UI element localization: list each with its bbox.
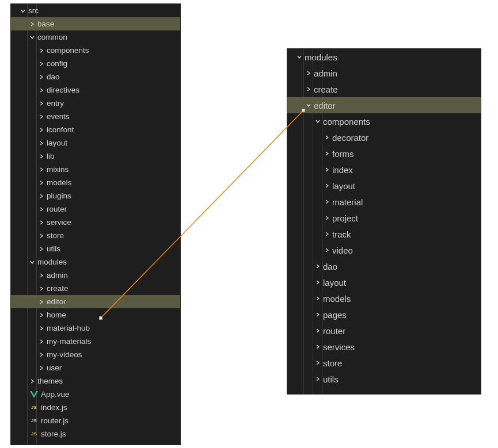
- tree-item-forms[interactable]: forms: [287, 145, 481, 162]
- tree-item-my-videos[interactable]: my-videos: [11, 348, 180, 361]
- tree-item-layout[interactable]: layout: [287, 178, 481, 194]
- tree-item-models[interactable]: models: [11, 176, 180, 189]
- tree-item-services[interactable]: services: [287, 339, 481, 355]
- tree-item-index[interactable]: index: [287, 162, 481, 178]
- chevron-right-icon[interactable]: [315, 328, 321, 334]
- tree-item-home[interactable]: home: [11, 308, 180, 321]
- chevron-right-icon[interactable]: [39, 220, 44, 225]
- chevron-right-icon[interactable]: [324, 135, 330, 140]
- tree-item-store[interactable]: store: [287, 355, 481, 371]
- chevron-right-icon[interactable]: [324, 231, 330, 237]
- tree-item-components[interactable]: components: [287, 113, 481, 129]
- chevron-right-icon[interactable]: [39, 246, 44, 252]
- tree-item-mixins[interactable]: mixins: [11, 163, 180, 176]
- tree-item-my-materials[interactable]: my-materials: [11, 335, 180, 348]
- chevron-down-icon[interactable]: [29, 35, 35, 40]
- tree-item-material[interactable]: material: [287, 194, 481, 210]
- tree-item-admin[interactable]: admin: [11, 269, 180, 282]
- tree-item-user[interactable]: user: [11, 361, 180, 374]
- chevron-right-icon[interactable]: [39, 140, 44, 146]
- chevron-right-icon[interactable]: [324, 151, 330, 156]
- tree-item-router[interactable]: router: [287, 323, 481, 339]
- tree-item-app-vue[interactable]: App.vue: [11, 388, 180, 401]
- tree-item-video[interactable]: video: [287, 242, 481, 258]
- chevron-right-icon[interactable]: [324, 167, 330, 173]
- chevron-right-icon[interactable]: [324, 215, 330, 221]
- tree-item-directives[interactable]: directives: [11, 83, 180, 97]
- chevron-right-icon[interactable]: [29, 378, 35, 384]
- tree-item-dao[interactable]: dao: [11, 70, 180, 83]
- tree-item-router-js[interactable]: JSrouter.js: [11, 414, 180, 427]
- chevron-right-icon[interactable]: [315, 376, 321, 382]
- tree-item-entry[interactable]: entry: [11, 97, 180, 110]
- chevron-right-icon[interactable]: [315, 263, 321, 269]
- tree-item-themes[interactable]: themes: [11, 374, 180, 388]
- chevron-right-icon[interactable]: [39, 180, 44, 186]
- chevron-right-icon[interactable]: [39, 127, 44, 133]
- chevron-right-icon[interactable]: [39, 352, 44, 358]
- chevron-right-icon[interactable]: [315, 279, 321, 285]
- chevron-right-icon[interactable]: [39, 87, 44, 93]
- chevron-right-icon[interactable]: [39, 74, 44, 80]
- tree-item-track[interactable]: track: [287, 226, 481, 242]
- tree-item-layout[interactable]: layout: [11, 136, 180, 150]
- chevron-right-icon[interactable]: [315, 312, 321, 317]
- tree-item-router[interactable]: router: [11, 202, 180, 216]
- chevron-right-icon[interactable]: [39, 48, 44, 53]
- tree-item-pages[interactable]: pages: [287, 307, 481, 323]
- tree-item-src[interactable]: src: [11, 4, 180, 17]
- tree-item-config[interactable]: config: [11, 57, 180, 70]
- tree-item-utils[interactable]: utils: [11, 242, 180, 255]
- tree-item-editor[interactable]: editor: [11, 295, 180, 308]
- chevron-down-icon[interactable]: [20, 8, 26, 14]
- tree-item-base[interactable]: base: [11, 17, 180, 30]
- chevron-right-icon[interactable]: [324, 247, 330, 253]
- chevron-down-icon[interactable]: [296, 54, 302, 60]
- chevron-right-icon[interactable]: [324, 183, 330, 189]
- chevron-right-icon[interactable]: [39, 101, 44, 106]
- chevron-right-icon[interactable]: [39, 286, 44, 292]
- chevron-right-icon[interactable]: [29, 21, 35, 27]
- tree-item-iconfont[interactable]: iconfont: [11, 123, 180, 136]
- tree-item-layout[interactable]: layout: [287, 274, 481, 290]
- tree-item-store-js[interactable]: JSstore.js: [11, 427, 180, 441]
- tree-item-material-hub[interactable]: material-hub: [11, 321, 180, 335]
- tree-item-modules[interactable]: modules: [287, 49, 481, 65]
- tree-item-service[interactable]: service: [11, 216, 180, 229]
- chevron-right-icon[interactable]: [39, 114, 44, 120]
- tree-item-common[interactable]: common: [11, 30, 180, 44]
- chevron-right-icon[interactable]: [39, 339, 44, 344]
- tree-item-index-js[interactable]: JSindex.js: [11, 401, 180, 414]
- chevron-right-icon[interactable]: [39, 365, 44, 371]
- chevron-right-icon[interactable]: [306, 86, 311, 92]
- chevron-down-icon[interactable]: [306, 102, 311, 108]
- chevron-right-icon[interactable]: [39, 233, 44, 239]
- tree-item-modules[interactable]: modules: [11, 255, 180, 269]
- chevron-right-icon[interactable]: [39, 273, 44, 278]
- chevron-right-icon[interactable]: [315, 360, 321, 366]
- chevron-right-icon[interactable]: [315, 296, 321, 301]
- tree-item-create[interactable]: create: [11, 282, 180, 295]
- tree-item-plugins[interactable]: plugins: [11, 189, 180, 202]
- chevron-right-icon[interactable]: [306, 70, 311, 76]
- chevron-right-icon[interactable]: [39, 326, 44, 331]
- tree-item-dao[interactable]: dao: [287, 258, 481, 274]
- tree-item-editor[interactable]: editor: [287, 97, 481, 113]
- chevron-right-icon[interactable]: [39, 312, 44, 318]
- chevron-right-icon[interactable]: [39, 193, 44, 199]
- chevron-right-icon[interactable]: [324, 199, 330, 205]
- tree-item-utils[interactable]: utils: [287, 371, 481, 387]
- chevron-right-icon[interactable]: [39, 61, 44, 67]
- tree-item-events[interactable]: events: [11, 110, 180, 123]
- tree-item-store[interactable]: store: [11, 229, 180, 242]
- chevron-right-icon[interactable]: [39, 299, 44, 305]
- chevron-down-icon[interactable]: [29, 259, 35, 265]
- chevron-right-icon[interactable]: [315, 344, 321, 350]
- tree-item-models[interactable]: models: [287, 290, 481, 307]
- chevron-right-icon[interactable]: [39, 167, 44, 173]
- tree-item-components[interactable]: components: [11, 44, 180, 57]
- tree-item-admin[interactable]: admin: [287, 65, 481, 81]
- chevron-right-icon[interactable]: [39, 154, 44, 159]
- chevron-right-icon[interactable]: [39, 206, 44, 212]
- chevron-down-icon[interactable]: [315, 118, 321, 124]
